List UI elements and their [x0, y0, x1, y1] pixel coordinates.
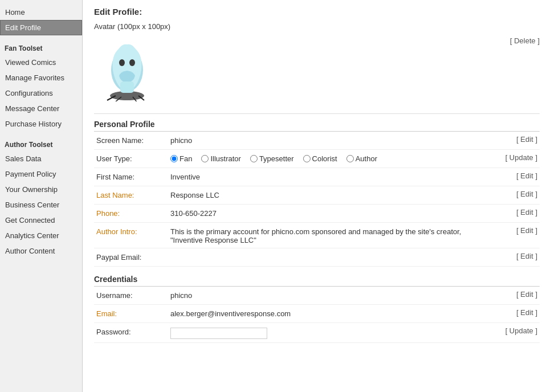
first-name-row: First Name: Inventive [ Edit ] — [94, 168, 540, 186]
user-type-label: User Type: — [96, 153, 170, 163]
last-name-edit-button[interactable]: [ Edit ] — [492, 190, 537, 198]
main-content: Edit Profile: Avatar (100px x 100px) — [83, 0, 551, 392]
sidebar-item-your-ownership[interactable]: Your Ownership — [0, 182, 82, 197]
credentials-section: Credentials Username: phicno [ Edit ] Em… — [94, 275, 540, 343]
phone-label: Phone: — [96, 208, 170, 218]
avatar-row: [ Delete ] — [94, 34, 540, 114]
password-field-container — [170, 326, 492, 339]
screen-name-label: Screen Name: — [96, 135, 170, 145]
last-name-row: Last Name: Response LLC [ Edit ] — [94, 186, 540, 205]
sidebar-item-sales-data[interactable]: Sales Data — [0, 151, 82, 166]
avatar-image — [99, 39, 156, 101]
password-update-button[interactable]: [ Update ] — [492, 326, 537, 335]
avatar-label: Avatar (100px x 100px) — [94, 22, 540, 31]
phone-edit-button[interactable]: [ Edit ] — [492, 208, 537, 217]
svg-point-7 — [129, 59, 135, 66]
paypal-email-label: Paypal Email: — [96, 252, 170, 262]
credentials-header: Credentials — [94, 275, 540, 287]
email-edit-button[interactable]: [ Edit ] — [492, 308, 537, 317]
phone-row: Phone: 310-650-2227 [ Edit ] — [94, 205, 540, 223]
screen-name-value: phicno — [170, 135, 492, 145]
sidebar-item-edit-profile[interactable]: Edit Profile — [0, 20, 82, 35]
radio-colorist[interactable]: Colorist — [303, 154, 337, 163]
author-toolset-label: Author Toolset — [0, 137, 82, 151]
author-intro-edit-button[interactable]: [ Edit ] — [492, 226, 537, 235]
avatar-section: Avatar (100px x 100px) — [94, 22, 540, 114]
screen-name-row: Screen Name: phicno [ Edit ] — [94, 132, 540, 150]
sidebar-item-analytics-center[interactable]: Analytics Center — [0, 228, 82, 243]
sidebar-item-author-content[interactable]: Author Content — [0, 243, 82, 259]
sidebar-item-payment-policy[interactable]: Payment Policy — [0, 166, 82, 182]
first-name-label: First Name: — [96, 172, 170, 181]
paypal-email-value — [170, 252, 492, 253]
radio-typesetter[interactable]: Typesetter — [250, 154, 294, 163]
author-intro-label: Author Intro: — [96, 226, 170, 236]
sidebar-item-configurations[interactable]: Configurations — [0, 85, 82, 101]
last-name-label: Last Name: — [96, 190, 170, 199]
sidebar-item-business-center[interactable]: Business Center — [0, 197, 82, 213]
password-label: Password: — [96, 326, 170, 336]
first-name-value: Inventive — [170, 172, 492, 181]
sidebar-item-purchase-history[interactable]: Purchase History — [0, 116, 82, 132]
email-label: Email: — [96, 308, 170, 318]
username-label: Username: — [96, 290, 170, 300]
password-input[interactable] — [170, 328, 267, 339]
radio-author[interactable]: Author — [346, 154, 377, 163]
sidebar-item-manage-favorites[interactable]: Manage Favorites — [0, 70, 82, 85]
author-intro-value: This is the primary account for phicno.c… — [170, 226, 492, 244]
username-value: phicno — [170, 290, 492, 300]
password-row: Password: [ Update ] — [94, 323, 540, 343]
svg-rect-8 — [120, 81, 134, 93]
screen-name-edit-button[interactable]: [ Edit ] — [492, 135, 537, 144]
personal-profile-section: Personal Profile Screen Name: phicno [ E… — [94, 120, 540, 267]
phone-value: 310-650-2227 — [170, 208, 492, 218]
user-type-options: Fan Illustrator Typesetter Colorist Auth… — [170, 153, 492, 163]
username-edit-button[interactable]: [ Edit ] — [492, 290, 537, 299]
username-row: Username: phicno [ Edit ] — [94, 287, 540, 305]
svg-point-6 — [119, 59, 125, 66]
page-title: Edit Profile: — [94, 7, 540, 17]
user-type-update-button[interactable]: [ Update ] — [492, 153, 537, 162]
sidebar-item-viewed-comics[interactable]: Viewed Comics — [0, 55, 82, 70]
personal-profile-header: Personal Profile — [94, 120, 540, 132]
paypal-email-edit-button[interactable]: [ Edit ] — [492, 252, 537, 260]
email-row: Email: alex.berger@inventiveresponse.com… — [94, 305, 540, 323]
paypal-email-row: Paypal Email: [ Edit ] — [94, 248, 540, 267]
fan-toolset-label: Fan Toolset — [0, 41, 82, 55]
sidebar: Home Edit Profile Fan Toolset Viewed Com… — [0, 0, 83, 392]
author-intro-row: Author Intro: This is the primary accoun… — [94, 223, 540, 248]
radio-fan[interactable]: Fan — [170, 154, 192, 163]
last-name-value: Response LLC — [170, 190, 492, 199]
avatar-image-area — [94, 34, 160, 108]
sidebar-item-home[interactable]: Home — [0, 5, 82, 20]
radio-illustrator[interactable]: Illustrator — [201, 154, 240, 163]
first-name-edit-button[interactable]: [ Edit ] — [492, 172, 537, 180]
email-value: alex.berger@inventiveresponse.com — [170, 308, 492, 318]
user-type-row: User Type: Fan Illustrator Typesetter Co… — [94, 150, 540, 168]
delete-avatar-button[interactable]: [ Delete ] — [510, 34, 540, 45]
sidebar-item-message-center[interactable]: Message Center — [0, 101, 82, 116]
sidebar-item-get-connected[interactable]: Get Connected — [0, 213, 82, 228]
